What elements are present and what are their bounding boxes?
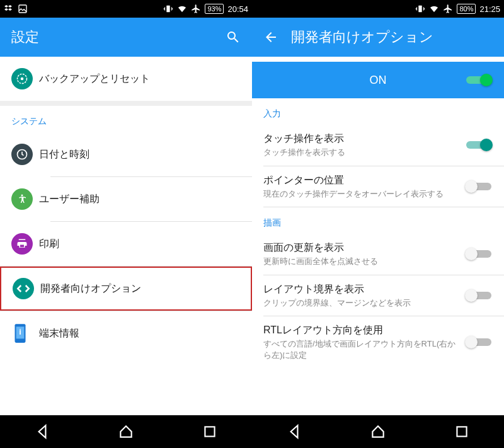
nav-home-button[interactable] <box>107 419 145 444</box>
list-item-accessibility[interactable]: ユーザー補助 <box>0 177 252 221</box>
list-item-developer-options[interactable]: 開発者向けオプション <box>0 267 252 311</box>
nav-back-button[interactable] <box>275 419 313 444</box>
wifi-icon <box>177 4 187 14</box>
vibrate-icon <box>163 4 173 14</box>
master-toggle-row[interactable]: ON <box>252 62 504 98</box>
switch-pointer-location[interactable] <box>465 180 493 193</box>
devopts-icon <box>13 278 34 299</box>
switch-layout-bounds[interactable] <box>465 289 493 302</box>
nav-home-button[interactable] <box>359 419 397 444</box>
options-list: 入力 タッチ操作を表示 タッチ操作を表示する ポインターの位置 現在のタッチ操作… <box>252 98 504 415</box>
status-bar-left: 93% 20:54 <box>0 0 252 18</box>
accessibility-icon <box>11 188 33 210</box>
list-item-label: 開発者向けオプション <box>40 282 233 296</box>
app-bar-left: 設定 <box>0 18 252 57</box>
list-item-label: バックアップとリセット <box>39 72 234 86</box>
option-sub: 現在のタッチ操作データをオーバーレイ表示する <box>263 188 459 200</box>
list-item-label: ユーザー補助 <box>39 193 234 206</box>
svg-rect-10 <box>419 6 422 13</box>
svg-point-3 <box>21 78 24 81</box>
clock: 20:54 <box>227 4 248 14</box>
option-layout-bounds[interactable]: レイアウト境界を表示 クリップの境界線、マージンなどを表示 <box>252 275 504 316</box>
option-rtl-layout[interactable]: RTLレイアウト方向を使用 すべての言語/地域で画面レイアウト方向をRTL(右か… <box>252 316 504 368</box>
svg-text:i: i <box>19 327 21 336</box>
option-label: レイアウト境界を表示 <box>263 283 459 296</box>
list-item-label: 端末情報 <box>39 327 234 340</box>
backup-icon <box>11 68 33 89</box>
back-arrow-icon[interactable] <box>263 30 278 45</box>
svg-point-5 <box>21 195 23 197</box>
option-label: タッチ操作を表示 <box>263 132 459 146</box>
clock-icon <box>11 144 33 165</box>
master-switch[interactable] <box>465 74 493 86</box>
airplane-icon <box>443 4 453 14</box>
about-icon: i <box>11 323 29 344</box>
option-label: 画面の更新を表示 <box>263 241 459 255</box>
settings-list: バックアップとリセット システム 日付と時刻 ユーザー補助 印刷 開発者向けオプ… <box>0 57 252 415</box>
switch-show-touches[interactable] <box>465 139 493 151</box>
section-header-input: 入力 <box>252 98 504 125</box>
section-header-system: システム <box>0 106 252 132</box>
nav-recents-button[interactable] <box>443 419 481 444</box>
app-bar-right: 開発者向けオプション <box>252 18 504 57</box>
clock: 21:25 <box>479 4 500 14</box>
master-toggle-label: ON <box>370 74 387 87</box>
battery-indicator: 80% <box>457 4 476 14</box>
page-title: 開発者向けオプション <box>291 28 433 47</box>
svg-rect-11 <box>457 427 467 436</box>
switch-show-updates[interactable] <box>465 248 493 260</box>
vibrate-icon <box>415 4 425 14</box>
option-show-updates[interactable]: 画面の更新を表示 更新時に画面全体を点滅させる <box>252 234 504 275</box>
print-icon <box>11 233 33 255</box>
list-item-label: 印刷 <box>39 238 234 251</box>
option-label: RTLレイアウト方向を使用 <box>263 324 459 337</box>
svg-rect-0 <box>19 5 26 13</box>
option-pointer-location[interactable]: ポインターの位置 現在のタッチ操作データをオーバーレイ表示する <box>252 166 504 207</box>
wifi-icon <box>429 4 439 14</box>
svg-rect-9 <box>205 427 215 436</box>
nav-recents-button[interactable] <box>191 419 229 444</box>
image-icon <box>18 4 28 14</box>
airplane-icon <box>191 4 201 14</box>
search-icon[interactable] <box>226 30 241 45</box>
option-sub: タッチ操作を表示する <box>263 147 459 158</box>
status-bar-right: 80% 21:25 <box>252 0 504 18</box>
nav-bar <box>0 415 252 448</box>
list-item-label: 日付と時刻 <box>39 148 234 161</box>
nav-back-button[interactable] <box>23 419 61 444</box>
option-sub: 更新時に画面全体を点滅させる <box>263 256 459 267</box>
option-sub: クリップの境界線、マージンなどを表示 <box>263 297 459 309</box>
battery-indicator: 93% <box>205 4 224 14</box>
option-show-touches[interactable]: タッチ操作を表示 タッチ操作を表示する <box>252 125 504 166</box>
dropbox-icon <box>4 4 14 14</box>
nav-bar <box>252 415 504 448</box>
list-item-datetime[interactable]: 日付と時刻 <box>0 132 252 176</box>
switch-rtl-layout[interactable] <box>465 336 493 348</box>
option-sub: すべての言語/地域で画面レイアウト方向をRTL(右から左)に設定 <box>263 338 459 360</box>
left-screen: 93% 20:54 設定 バックアップとリセット システム 日付と時刻 ユーザー… <box>0 0 252 448</box>
option-label: ポインターの位置 <box>263 174 459 187</box>
right-screen: 80% 21:25 開発者向けオプション ON 入力 タッチ操作を表示 タッチ操… <box>252 0 504 448</box>
svg-rect-1 <box>167 6 170 13</box>
section-header-drawing: 描画 <box>252 207 504 234</box>
list-item-print[interactable]: 印刷 <box>0 222 252 266</box>
list-item-about[interactable]: i 端末情報 <box>0 311 252 355</box>
list-item-backup[interactable]: バックアップとリセット <box>0 57 252 101</box>
page-title: 設定 <box>11 28 39 47</box>
